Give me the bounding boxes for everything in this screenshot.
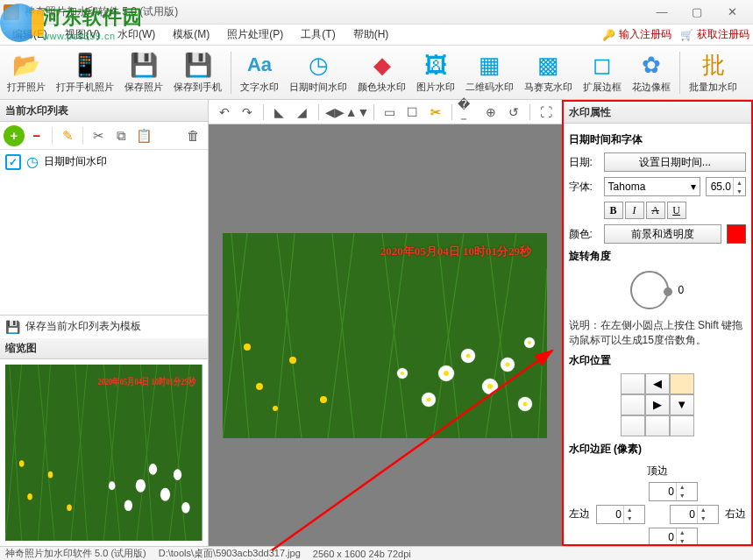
margin-right-input[interactable]	[671, 508, 697, 521]
menu-1[interactable]: 视图(V)	[56, 25, 109, 45]
zoom-reset-button[interactable]: ↺	[503, 102, 524, 123]
menu-0[interactable]: 编辑(E)	[4, 25, 56, 45]
photo-preview[interactable]: 2020年05月04日 10时01分29秒	[223, 233, 547, 438]
maximize-button[interactable]: ▢	[679, 1, 714, 24]
position-cell-0[interactable]	[621, 373, 645, 394]
menu-2[interactable]: 水印(W)	[109, 25, 164, 45]
ext_wm-icon: ◻	[588, 51, 616, 79]
margin-bottom-spinner[interactable]: ▲▼	[649, 528, 698, 544]
position-cell-3[interactable]	[621, 394, 645, 415]
section-rotate: 旋转角度	[569, 249, 746, 264]
get-regcode-link[interactable]: 🛒 获取注册码	[680, 27, 749, 42]
strike-toggle[interactable]: A	[646, 202, 665, 219]
italic-toggle[interactable]: I	[625, 202, 644, 219]
thumbnail-area[interactable]: 2020年05月04日 10时01分29秒	[0, 359, 208, 546]
toolbar-date_wm[interactable]: ◷日期时间水印	[284, 47, 352, 98]
color-swatch[interactable]	[727, 224, 746, 244]
toolbar-save_phone[interactable]: 💾保存到手机	[168, 47, 227, 98]
svg-point-50	[523, 401, 528, 406]
svg-text:2020年05月04日 10时01分29秒: 2020年05月04日 10时01分29秒	[97, 375, 196, 386]
toolbar-open_photo[interactable]: 📂打开照片	[2, 47, 51, 98]
margin-left-input[interactable]	[597, 508, 623, 521]
menu-4[interactable]: 照片处理(P)	[218, 25, 292, 45]
spin-down[interactable]: ▼	[734, 187, 745, 195]
position-cell-1[interactable]: ◀	[645, 373, 670, 394]
toolbar-qr_wm[interactable]: ▦二维码水印	[460, 47, 519, 98]
fg-opacity-button[interactable]: 前景和透明度	[604, 224, 721, 244]
menu-5[interactable]: 工具(T)	[292, 25, 344, 45]
position-cell-4[interactable]: ▶	[645, 394, 670, 415]
margin-top-input[interactable]	[650, 486, 676, 498]
cut-button[interactable]: ✂	[88, 125, 109, 146]
checkbox-icon[interactable]: ✓	[5, 154, 21, 170]
section-datetime-font: 日期时间和字体	[569, 132, 746, 147]
toolbar-ext_wm[interactable]: ◻扩展边框	[578, 47, 627, 98]
watermark-list-item[interactable]: ✓ ◷ 日期时间水印	[0, 150, 208, 174]
toolbar-text_wm[interactable]: Aa文字水印	[235, 47, 284, 98]
undo-button[interactable]: ↶	[214, 102, 235, 123]
actual-size-button[interactable]: ☐	[402, 102, 423, 123]
fullscreen-button[interactable]: ⛶	[536, 102, 557, 123]
toolbar-batch[interactable]: 批批量加水印	[684, 47, 742, 98]
margin-bottom-input[interactable]	[650, 531, 676, 543]
toolbar-image_wm[interactable]: 🖼图片水印	[411, 47, 460, 98]
position-cell-7[interactable]	[645, 415, 670, 436]
toolbar-flower_wm[interactable]: ✿花边像框	[627, 47, 676, 98]
bold-toggle[interactable]: B	[604, 202, 623, 219]
margin-top-label: 顶边	[596, 464, 719, 478]
add-watermark-button[interactable]: +	[4, 125, 25, 146]
position-cell-6[interactable]	[621, 415, 645, 436]
margin-top-spinner[interactable]: ▲▼	[649, 482, 698, 501]
redo-button[interactable]: ↷	[237, 102, 258, 123]
zoom-in-button[interactable]: ⊕	[480, 102, 501, 123]
edit-watermark-button[interactable]: ✎	[57, 125, 78, 146]
font-size-input[interactable]	[707, 181, 733, 193]
position-grid: ◀▶▼	[569, 373, 746, 436]
svg-point-16	[174, 469, 181, 480]
toolbar-save_photo[interactable]: 💾保存照片	[119, 47, 168, 98]
rotation-dial[interactable]	[630, 271, 669, 309]
enter-regcode-link[interactable]: 🔑 输入注册码	[602, 27, 671, 42]
font-size-spinner[interactable]: ▲▼	[706, 177, 746, 196]
toolbar-mosaic_wm[interactable]: ▩马赛克水印	[519, 47, 578, 98]
paste-button[interactable]: 📋	[133, 125, 154, 146]
crop-button[interactable]: ✂	[425, 102, 446, 123]
svg-point-22	[19, 460, 25, 467]
delete-button[interactable]: 🗑	[183, 125, 204, 146]
margin-left-spinner[interactable]: ▲▼	[596, 505, 645, 524]
close-button[interactable]: ✕	[714, 1, 749, 24]
remove-watermark-button[interactable]: −	[26, 125, 47, 146]
left-panel: 当前水印列表 + − ✎ ✂ ⧉ 📋 🗑 ✓ ◷ 日期时间水印 💾 保存当前水印…	[0, 100, 209, 546]
open_photo-label: 打开照片	[7, 81, 46, 94]
menu-3[interactable]: 模板(M)	[164, 25, 218, 45]
position-cell-5[interactable]: ▼	[670, 394, 694, 415]
canvas-area[interactable]: 2020年05月04日 10时01分29秒	[209, 124, 562, 546]
dial-handle[interactable]	[664, 287, 672, 296]
date-watermark-overlay[interactable]: 2020年05月04日 10时01分29秒	[380, 244, 531, 259]
fit-button[interactable]: ▭	[380, 102, 401, 123]
zoom-out-button[interactable]: �－	[458, 102, 479, 123]
copy-button[interactable]: ⧉	[110, 125, 131, 146]
rotate-left-button[interactable]: ◣	[269, 102, 290, 123]
color_wm-icon: ◆	[368, 51, 396, 79]
menu-6[interactable]: 帮助(H)	[345, 25, 398, 45]
toolbar-color_wm[interactable]: ◆颜色块水印	[352, 47, 411, 98]
underline-toggle[interactable]: U	[667, 202, 686, 219]
flip-horizontal-button[interactable]: ◀▶	[324, 102, 345, 123]
font-combo[interactable]: Tahoma▾	[604, 177, 700, 196]
font-label: 字体:	[569, 180, 599, 195]
status-path: D:\tools\桌面\5903acb3dd317.jpg	[159, 547, 301, 560]
status-dims: 2560 x 1600 24b 72dpi	[313, 549, 411, 559]
margin-right-spinner[interactable]: ▲▼	[670, 505, 719, 524]
open_phone-label: 打开手机照片	[56, 81, 114, 94]
flip-vertical-button[interactable]: ▲▼	[347, 102, 368, 123]
spin-up[interactable]: ▲	[734, 178, 745, 187]
save-as-template-button[interactable]: 💾 保存当前水印列表为模板	[0, 315, 208, 337]
rotate-right-button[interactable]: ◢	[292, 102, 313, 123]
set-datetime-button[interactable]: 设置日期时间...	[604, 152, 746, 172]
position-cell-2[interactable]	[670, 373, 694, 394]
toolbar-open_phone[interactable]: 📱打开手机照片	[51, 47, 119, 98]
open_phone-icon: 📱	[71, 51, 99, 79]
minimize-button[interactable]: —	[644, 1, 679, 24]
position-cell-8[interactable]	[670, 415, 694, 436]
